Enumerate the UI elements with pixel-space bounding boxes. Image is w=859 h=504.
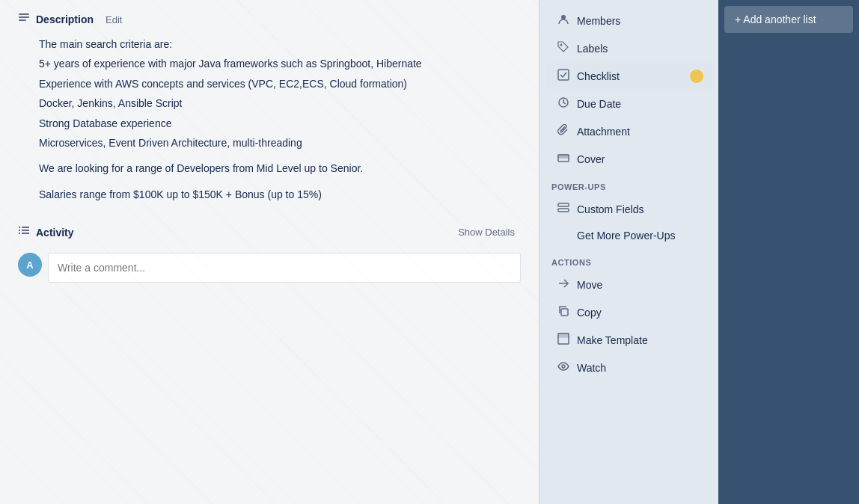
desc-line-1: The main search criteria are: [39,36,521,52]
desc-line-2: 5+ years of experience with major Java f… [39,55,521,72]
activity-title: Activity [36,227,74,239]
sidebar-item-make-template[interactable]: Make Template [545,327,712,353]
sidebar-custom-fields-label: Custom Fields [577,203,644,215]
sidebar-members-label: Members [577,15,620,27]
clock-icon [557,96,569,111]
comment-input[interactable] [48,253,521,283]
sidebar-checklist-label: Checklist [577,70,620,82]
description-body: The main search criteria are: 5+ years o… [18,36,521,203]
desc-line-6: Microservices, Event Driven Architecture… [39,135,521,151]
tag-icon [557,41,569,55]
desc-line-7: We are looking for a range of Developers… [39,160,521,176]
sidebar-move-label: Move [577,279,602,291]
sidebar-get-more-label: Get More Power-Ups [557,230,675,242]
actions-section-label: ACTIONS [539,249,718,270]
paperclip-icon [557,124,569,138]
sidebar-item-attachment[interactable]: Attachment [545,118,712,144]
svg-rect-16 [558,209,569,212]
description-header: Description Edit [18,12,521,27]
add-another-list-button[interactable]: + Add another list [724,6,853,33]
cover-icon [557,152,569,166]
sidebar-item-custom-fields[interactable]: Custom Fields [545,196,712,222]
sidebar-attachment-label: Attachment [577,126,630,138]
sidebar-panel: Members Labels Checklist [539,0,718,504]
svg-point-10 [560,44,563,46]
svg-rect-3 [19,227,20,228]
svg-rect-4 [19,230,20,231]
svg-point-21 [562,365,565,368]
svg-rect-15 [558,203,569,206]
avatar: A [18,253,42,277]
sidebar-make-template-label: Make Template [577,334,648,346]
comment-area: A [18,253,521,283]
fields-icon [557,202,569,216]
svg-rect-7 [22,230,29,231]
desc-line-4: Docker, Jenkins, Ansible Script [39,95,521,111]
desc-line-3: Experience with AWS concepts and service… [39,76,521,92]
svg-point-9 [561,15,566,19]
description-title: Description [36,13,94,25]
description-edit-link[interactable]: Edit [106,14,122,25]
svg-rect-14 [558,155,569,158]
activity-icon [18,225,30,240]
show-details-button[interactable]: Show Details [452,224,521,241]
copy-icon [557,305,569,319]
sidebar-cover-label: Cover [577,153,605,165]
svg-rect-1 [19,16,29,18]
cursor-indicator [690,70,703,83]
sidebar-item-copy[interactable]: Copy [545,299,712,325]
arrow-icon [557,277,569,292]
main-card-panel: Description Edit The main search criteri… [0,0,539,504]
sidebar-item-labels[interactable]: Labels [545,35,712,61]
eye-icon [557,360,569,375]
template-icon [557,333,569,347]
sidebar-due-date-label: Due Date [577,98,621,110]
sidebar-copy-label: Copy [577,307,602,319]
sidebar-item-move[interactable]: Move [545,271,712,298]
activity-title-group: Activity [18,225,74,240]
svg-rect-0 [19,13,29,15]
svg-rect-11 [558,70,569,80]
add-list-panel: + Add another list [718,0,859,504]
description-icon [18,12,30,27]
svg-rect-18 [561,309,568,316]
sidebar-item-cover[interactable]: Cover [545,146,712,172]
sidebar-item-get-more-power-ups[interactable]: Get More Power-Ups [545,224,712,248]
activity-header: Activity Show Details [18,224,521,241]
sidebar-labels-label: Labels [577,43,608,55]
sidebar-item-watch[interactable]: Watch [545,354,712,381]
sidebar-watch-label: Watch [577,362,606,374]
sidebar-item-due-date[interactable]: Due Date [545,90,712,117]
activity-section: Activity Show Details A [18,224,521,283]
svg-rect-8 [22,233,29,234]
svg-rect-2 [19,19,26,21]
desc-line-8: Salaries range from $100K up to $150K + … [39,186,521,203]
checklist-icon [557,69,569,83]
person-icon [557,13,569,28]
svg-rect-20 [558,334,569,337]
sidebar-item-checklist[interactable]: Checklist [545,63,712,89]
svg-rect-6 [22,227,29,228]
sidebar-item-members[interactable]: Members [545,7,712,34]
power-ups-section-label: POWER-UPS [539,173,718,194]
desc-line-5: Strong Database experience [39,115,521,132]
svg-rect-5 [19,233,20,234]
